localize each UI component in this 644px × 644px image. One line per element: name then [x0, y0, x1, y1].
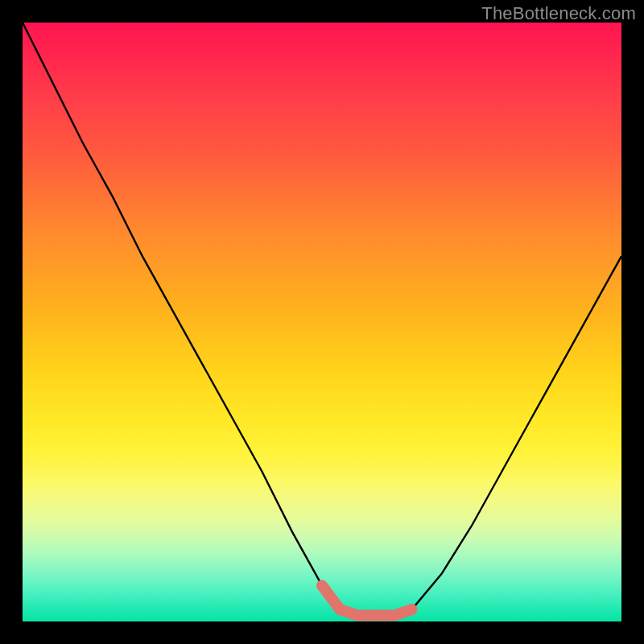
main-curve [23, 23, 621, 616]
watermark-text: TheBottleneck.com [481, 3, 636, 24]
highlight-segment-path [322, 585, 412, 615]
chart-frame: TheBottleneck.com [0, 0, 644, 644]
highlight-curve [322, 585, 412, 615]
chart-svg [23, 23, 621, 621]
plot-area [23, 23, 621, 621]
bottleneck-curve-path [23, 23, 621, 616]
